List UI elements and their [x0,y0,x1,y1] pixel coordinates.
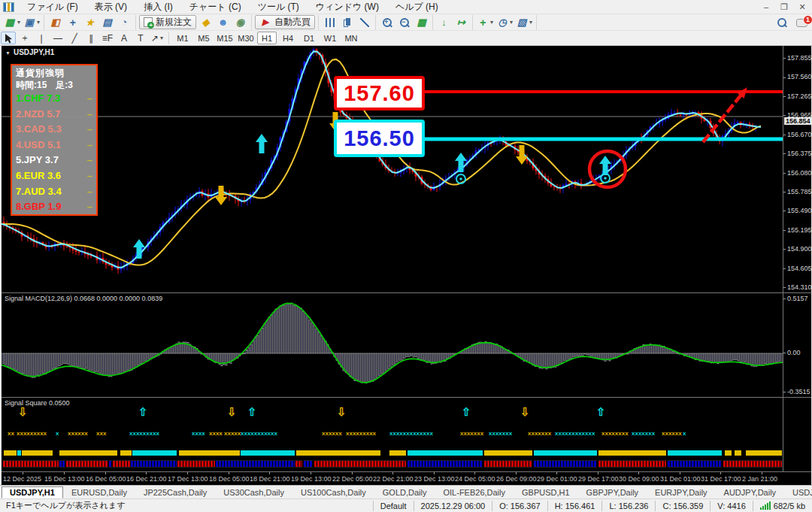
navigator-button[interactable] [82,15,98,29]
templates-button[interactable]: ▾ [515,15,533,29]
menu-charts[interactable]: チャート (C) [181,0,250,14]
strength-dash: – [87,168,92,184]
price-axis: 157.855157.560157.265156.965156.670156.3… [783,46,811,292]
chart-tab-gold-daily[interactable]: GOLD,Daily [374,486,435,498]
vertical-line-tool[interactable]: | [34,32,49,44]
timeframe-mn[interactable]: MN [341,32,361,44]
strength-title: 通貨別強弱 [16,67,92,79]
dropdown-caret-icon: ▾ [510,19,513,26]
chart-tab-jp225cash-daily[interactable]: JP225Cash,Daily [135,486,215,498]
timeframe-m15[interactable]: M15 [215,32,235,44]
signal-x-markers: xxxxxxxxxxx [241,431,277,437]
label-tool[interactable]: T [133,32,148,44]
drawing-toolbar: ＋|—╱∥≡FAT↗▾M1M5M15M30H1H4D1W1MN [0,31,812,46]
market-watch-button[interactable] [47,15,63,29]
terminal-button[interactable] [99,15,115,29]
signal-bottom-segment [723,460,782,468]
auto-trading-button[interactable]: 自動売買 [255,15,315,29]
chart-tab-oil-feb26-daily[interactable]: OIL-FEB26,Daily [435,486,514,498]
tile-windows-button[interactable] [414,15,429,29]
restore-window-button[interactable]: ❐ [779,2,789,12]
chart-shift-button[interactable] [453,15,469,29]
menu-view[interactable]: 表示 (V) [86,0,135,14]
chart-tab-us30cash-daily[interactable]: US30Cash,Daily [215,486,292,498]
zoom-out-button[interactable]: − [396,15,412,29]
market-watch-icon [50,17,62,28]
cursor-tool[interactable] [1,32,16,44]
chart-tab-audjpy-daily[interactable]: AUDJPY,Daily [716,486,785,498]
line-chart-button[interactable] [356,15,372,29]
chart-tab-us100cash-daily[interactable]: US100Cash,Daily [292,486,374,498]
candle-chart-button[interactable] [339,15,355,29]
chart-tab-eurjpy-daily[interactable]: EURJPY,Daily [647,486,716,498]
menu-help[interactable]: ヘルプ (H) [387,0,447,14]
time-tick [146,472,147,474]
strength-period: 時間:15 足:3 [16,79,92,91]
timeframe-h4[interactable]: H4 [278,32,298,44]
chart-workspace: ▼USDJPY,H1 通貨別強弱 時間:15 足:3 1.CHF 7.3–2.N… [0,46,812,485]
periods-icon [496,17,508,28]
indicators-button[interactable]: ▾ [476,15,494,29]
signal-square-subwindow[interactable]: Signal Square 0.0500 ⇩⇧⇩⇧⇩⇧⇩⇧xxxxxxxxxxx… [2,398,783,471]
time-label: 24 Dec 05:00 [455,475,495,483]
timeframe-w1[interactable]: W1 [320,32,340,44]
signal-band-segment [241,450,295,456]
chart-collapse-icon[interactable]: ▼ [5,50,11,56]
menu-insert[interactable]: 挿入 (I) [135,0,181,14]
menu-tools[interactable]: ツール (T) [250,0,308,14]
search-icon[interactable] [777,17,787,28]
main-chart[interactable]: ▼USDJPY,H1 通貨別強弱 時間:15 足:3 1.CHF 7.3–2.N… [2,46,783,292]
auto-scroll-button[interactable] [436,15,452,29]
data-window-button[interactable] [65,15,80,29]
bar-chart-button[interactable] [322,15,338,29]
sound-button[interactable] [232,15,248,29]
menu-window[interactable]: ウィンドウ (W) [308,0,387,14]
arrows-tool[interactable]: ↗▾ [150,32,165,44]
new-order-button[interactable]: 新規注文 [139,15,196,29]
window-buttons: –❐✕ [761,2,812,12]
strength-dash: – [87,107,92,123]
metaeditor-button[interactable] [198,15,214,29]
sound-icon [235,17,247,28]
macd-canvas[interactable] [2,293,783,397]
signal-x-markers: xxxxxxx [489,431,512,437]
time-label: 18 Dec 21:00 [250,475,290,483]
macd-subwindow[interactable]: Signal MACD(12,26,9) 0.0668 0.0000 0.000… [2,293,783,397]
macd-label: Signal MACD(12,26,9) 0.0668 0.0000 0.000… [5,295,162,302]
timeframe-m1[interactable]: M1 [173,32,192,44]
periods-button[interactable]: ▾ [495,15,514,29]
chart-tab-usdjpy-h1[interactable]: USDJPY,H1 [2,486,63,498]
minimize-window-button[interactable]: – [761,2,771,11]
time-tick [474,472,475,474]
crosshair-tool[interactable]: ＋ [17,32,32,44]
zoom-in-button[interactable]: + [379,15,395,29]
new-chart-button[interactable]: ▾ [3,15,21,29]
time-tick [638,472,639,474]
chart-tab-eurusd-daily[interactable]: EURUSD,Daily [63,486,135,498]
notifications-icon[interactable]: 1 [796,19,807,27]
signal-bottom-segment [484,460,532,468]
signal-band-segment [59,450,117,456]
fibonacci-tool[interactable]: ≡F [100,32,115,44]
close-window-button[interactable]: ✕ [797,2,807,12]
metaeditor-icon [200,17,212,28]
strategy-tester-button[interactable] [117,15,132,29]
text-tool[interactable]: A [117,32,132,44]
dropdown-caret-icon: ▾ [490,19,493,26]
profiles-button[interactable]: ▾ [23,15,41,29]
menu-file[interactable]: ファイル (F) [19,0,86,14]
signal-band-segment [598,450,666,456]
channel-tool[interactable]: ∥ [83,32,98,44]
chart-tab-usdjpy-h1[interactable]: USDJPY,H1 [784,486,812,498]
chart-tab-gbpjpy-daily[interactable]: GBPJPY,Daily [578,486,647,498]
timeframe-d1[interactable]: D1 [299,32,319,44]
timeframe-m30[interactable]: M30 [236,32,256,44]
chart-tab-gbpusd-h1[interactable]: GBPUSD,H1 [514,486,578,498]
signal-x-markers: xxxxxxxxx [129,431,159,437]
community-button[interactable] [215,15,231,29]
signal-bottom-segment [668,460,722,468]
trendline-tool[interactable]: ╱ [67,32,82,44]
horizontal-line-tool[interactable]: — [50,32,65,44]
timeframe-h1[interactable]: H1 [257,32,277,44]
timeframe-m5[interactable]: M5 [194,32,214,44]
